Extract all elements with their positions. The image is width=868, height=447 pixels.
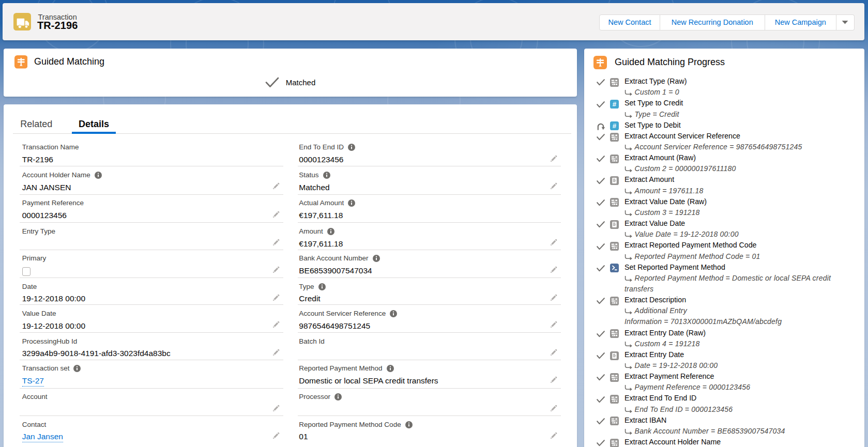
svg-text:#: # [613, 122, 617, 130]
svg-text:#: # [613, 100, 617, 108]
